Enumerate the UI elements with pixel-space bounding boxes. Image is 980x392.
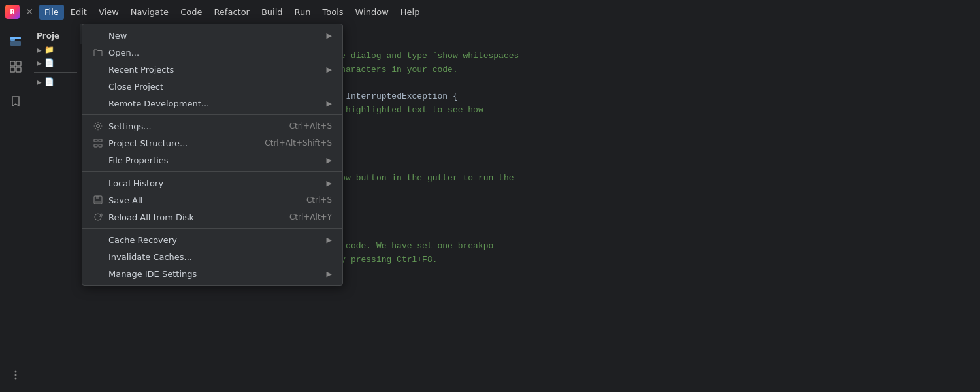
settings-label: Settings...	[108, 122, 284, 131]
svg-rect-6	[16, 67, 21, 72]
project-panel: Proje ▶ 📁 ▶ 📄 ▶ 📄	[31, 24, 80, 392]
svg-rect-13	[94, 144, 97, 147]
menu-item-project-structure[interactable]: Project Structure... Ctrl+Alt+Shift+S	[82, 135, 342, 152]
separator-3	[82, 228, 342, 229]
menu-code[interactable]: Code	[175, 5, 207, 20]
svg-point-7	[14, 371, 16, 373]
menu-item-settings[interactable]: Settings... Ctrl+Alt+S	[82, 118, 342, 135]
title-bar: R ✕ File Edit View Navigate Code Refacto…	[0, 0, 980, 24]
invalidate-caches-label: Invalidate Caches...	[108, 252, 332, 262]
svg-point-10	[97, 125, 100, 128]
save-all-label: Save All	[108, 195, 301, 205]
local-history-icon	[93, 178, 103, 188]
new-label: New	[108, 31, 319, 41]
project-structure-shortcut: Ctrl+Alt+Shift+S	[265, 139, 332, 148]
remote-dev-arrow: ▶	[327, 99, 332, 108]
reload-shortcut: Ctrl+Alt+Y	[289, 212, 332, 221]
menu-item-cache-recovery[interactable]: Cache Recovery ▶	[82, 231, 342, 248]
remote-dev-label: Remote Development...	[108, 99, 319, 108]
sidebar-icon-project[interactable]	[4, 29, 27, 52]
svg-rect-16	[96, 196, 99, 199]
menu-refactor[interactable]: Refactor	[208, 5, 255, 20]
app-logo: R	[5, 5, 20, 19]
settings-shortcut: Ctrl+Alt+S	[289, 122, 332, 131]
settings-icon	[93, 121, 103, 131]
menu-bar: File Edit View Navigate Code Refactor Bu…	[39, 5, 975, 20]
sidebar-divider	[7, 84, 25, 84]
project-structure-label: Project Structure...	[108, 139, 259, 148]
close-project-icon	[93, 81, 103, 91]
project-item-3[interactable]: ▶ 📄	[34, 75, 77, 88]
project-item-1[interactable]: ▶ 📁	[34, 43, 77, 56]
menu-item-close-project[interactable]: Close Project	[82, 78, 342, 95]
sidebar-icon-bookmark[interactable]	[4, 90, 27, 113]
menu-view[interactable]: View	[93, 5, 124, 20]
svg-rect-3	[10, 61, 15, 66]
new-icon	[93, 30, 103, 41]
cache-recovery-arrow: ▶	[327, 236, 332, 244]
menu-edit[interactable]: Edit	[65, 5, 92, 20]
menu-item-save-all[interactable]: Save All Ctrl+S	[82, 191, 342, 208]
menu-navigate[interactable]: Navigate	[125, 5, 174, 20]
separator-2	[82, 171, 342, 172]
local-history-arrow: ▶	[327, 179, 332, 188]
panel-divider	[34, 72, 77, 73]
svg-rect-14	[99, 144, 102, 147]
menu-item-manage-ide-settings[interactable]: Manage IDE Settings ▶	[82, 265, 342, 282]
menu-tools[interactable]: Tools	[318, 5, 349, 20]
local-history-label: Local History	[108, 178, 319, 188]
menu-item-remote-development[interactable]: Remote Development... ▶	[82, 95, 342, 112]
open-label: Open...	[108, 48, 332, 57]
menu-item-reload-all[interactable]: Reload All from Disk Ctrl+Alt+Y	[82, 208, 342, 225]
cache-recovery-icon	[93, 235, 103, 245]
menu-build[interactable]: Build	[256, 5, 288, 20]
save-all-icon	[93, 195, 103, 205]
file-properties-label: File Properties	[108, 155, 319, 165]
svg-rect-12	[99, 139, 102, 142]
close-button[interactable]: ✕	[24, 6, 35, 18]
new-arrow: ▶	[327, 31, 332, 40]
close-project-label: Close Project	[108, 82, 332, 91]
svg-rect-4	[16, 61, 21, 66]
recent-projects-label: Recent Projects	[108, 65, 319, 74]
manage-ide-settings-label: Manage IDE Settings	[108, 269, 319, 279]
menu-item-invalidate-caches[interactable]: Invalidate Caches...	[82, 248, 342, 265]
file-dropdown-menu: New ▶ Open... Recent Projects ▶ Close Pr…	[82, 24, 343, 286]
svg-rect-1	[10, 41, 21, 46]
reload-label: Reload All from Disk	[108, 212, 284, 222]
project-item-2[interactable]: ▶ 📄	[34, 56, 77, 69]
menu-window[interactable]: Window	[350, 5, 394, 20]
recent-projects-arrow: ▶	[327, 65, 332, 74]
sidebar-icon-structure[interactable]	[4, 55, 27, 78]
menu-item-open[interactable]: Open...	[82, 44, 342, 61]
file-properties-arrow: ▶	[327, 156, 332, 165]
menu-item-local-history[interactable]: Local History ▶	[82, 174, 342, 191]
separator-1	[82, 114, 342, 115]
menu-item-new[interactable]: New ▶	[82, 27, 342, 44]
svg-point-8	[14, 374, 16, 376]
menu-help[interactable]: Help	[395, 5, 425, 20]
menu-item-recent-projects[interactable]: Recent Projects ▶	[82, 61, 342, 78]
project-structure-icon	[93, 138, 103, 148]
menu-file[interactable]: File	[39, 5, 64, 20]
svg-rect-17	[95, 201, 101, 203]
sidebar-icon-more[interactable]	[4, 363, 27, 387]
svg-rect-11	[94, 139, 97, 142]
reload-icon	[93, 212, 103, 222]
cache-recovery-label: Cache Recovery	[108, 235, 319, 245]
svg-rect-2	[10, 37, 21, 39]
save-all-shortcut: Ctrl+S	[306, 195, 332, 204]
svg-rect-5	[10, 67, 15, 72]
menu-item-file-properties[interactable]: File Properties ▶	[82, 152, 342, 169]
menu-run[interactable]: Run	[289, 5, 316, 20]
sidebar-icons	[0, 24, 31, 392]
manage-ide-settings-icon	[93, 269, 103, 279]
svg-point-9	[14, 378, 16, 380]
remote-dev-icon	[93, 98, 103, 108]
file-properties-icon	[93, 155, 103, 165]
open-icon	[93, 47, 103, 57]
manage-ide-settings-arrow: ▶	[327, 270, 332, 278]
recent-projects-icon	[93, 64, 103, 74]
panel-title: Proje	[34, 29, 77, 43]
invalidate-caches-icon	[93, 252, 103, 262]
